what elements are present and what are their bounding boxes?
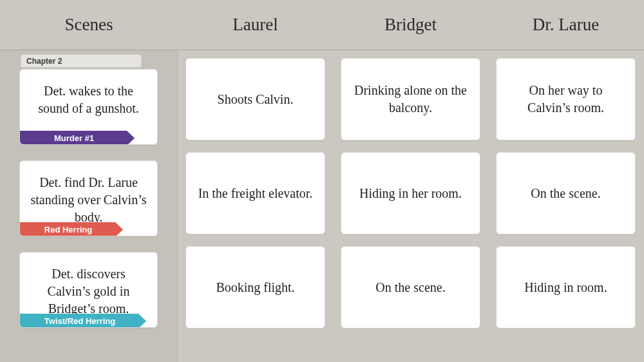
- bridget-column: Drinking alone on the balcony. Hiding in…: [333, 50, 488, 362]
- header-laurel[interactable]: Laurel: [178, 0, 333, 50]
- header-scenes[interactable]: Scenes: [0, 0, 178, 50]
- scene-card[interactable]: Det. find Dr. Larue standing over Calvin…: [19, 160, 158, 236]
- scene-card[interactable]: Det. wakes to the sound of a gunshot. Mu…: [19, 69, 158, 145]
- scene-tag[interactable]: Red Herring: [19, 222, 123, 236]
- dr-larue-column: On her way to Calvin’s room. On the scen…: [488, 50, 643, 362]
- column-header-row: Scenes Laurel Bridget Dr. Larue: [0, 0, 644, 50]
- grid-text: On the scene.: [375, 279, 445, 296]
- grid-card[interactable]: Booking flight.: [185, 246, 325, 329]
- grid-text: Hiding in room.: [524, 279, 607, 296]
- header-dr-larue[interactable]: Dr. Larue: [488, 0, 643, 50]
- grid-text: On her way to Calvin’s room.: [508, 82, 623, 117]
- scene-text: Det. wakes to the sound of a gunshot.: [30, 82, 147, 117]
- scene-card[interactable]: Det. discovers Calvin’s gold in Bridget’…: [19, 252, 158, 328]
- grid-text: Booking flight.: [216, 279, 294, 296]
- grid-card[interactable]: Shoots Calvin.: [185, 58, 325, 140]
- grid-card[interactable]: Drinking alone on the balcony.: [341, 58, 480, 140]
- scene-tag[interactable]: Twist/Red Herring: [19, 314, 146, 328]
- grid-text: Shoots Calvin.: [218, 91, 294, 108]
- grid-card[interactable]: On her way to Calvin’s room.: [496, 58, 636, 140]
- scene-tag[interactable]: Murder #1: [19, 131, 135, 145]
- grid-text: In the freight elevator.: [198, 185, 313, 202]
- scene-text: Det. discovers Calvin’s gold in Bridget’…: [30, 265, 147, 318]
- chapter-tab[interactable]: Chapter 2: [21, 54, 142, 68]
- scene-text: Det. find Dr. Larue standing over Calvin…: [30, 174, 147, 226]
- grid-text: Drinking alone on the balcony.: [353, 82, 468, 117]
- scenes-column: Chapter 2 Det. wakes to the sound of a g…: [0, 50, 178, 362]
- grid-card[interactable]: Hiding in her room.: [341, 152, 480, 234]
- board-body: Chapter 2 Det. wakes to the sound of a g…: [0, 50, 644, 362]
- grid-card[interactable]: On the scene.: [341, 246, 480, 329]
- grid-card[interactable]: On the scene.: [496, 152, 636, 234]
- grid-text: Hiding in her room.: [359, 185, 462, 202]
- laurel-column: Shoots Calvin. In the freight elevator. …: [178, 50, 333, 362]
- grid-card[interactable]: Hiding in room.: [496, 246, 636, 329]
- grid-text: On the scene.: [531, 185, 600, 202]
- grid-card[interactable]: In the freight elevator.: [185, 152, 325, 234]
- header-bridget[interactable]: Bridget: [333, 0, 488, 50]
